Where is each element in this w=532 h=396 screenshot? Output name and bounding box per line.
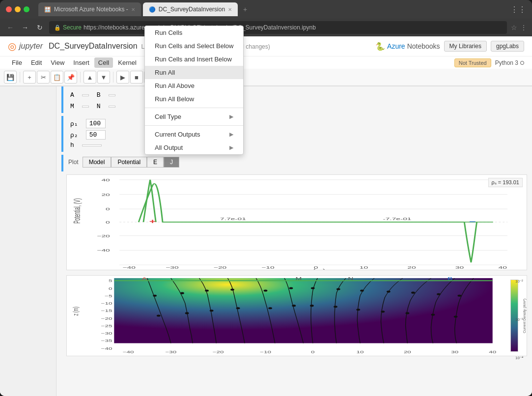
menu-run-all-below[interactable]: Run All Below [145,92,243,106]
rho2-label: ρ₂ [70,131,78,139]
e-tab[interactable]: E [147,157,164,168]
bookmark-icon[interactable]: ☆ [511,24,517,31]
plot-label: Plot [68,159,79,166]
address-bar: ← → ↻ 🔒 Secure https://notebooks.azure.c… [0,19,532,36]
run-button[interactable]: ▶ [116,71,129,84]
close-button[interactable] [6,6,12,12]
svg-point-46 [360,290,364,292]
forward-button[interactable]: → [20,24,30,31]
var-n-input[interactable] [109,106,115,108]
reload-button[interactable]: ↻ [34,24,45,31]
menu-current-outputs[interactable]: Current Outputs ▶ [145,128,243,141]
menu-run-all-above[interactable]: Run All Above [145,86,243,92]
h-input[interactable] [82,144,102,146]
menu-kernel[interactable]: Kernel [114,57,140,68]
menu-insert[interactable]: Insert [69,57,93,68]
svg-text:−30: −30 [166,265,179,270]
svg-text:30: 30 [451,350,458,354]
plot-tabs-content: Plot Model Potential E J [66,155,527,171]
move-down-button[interactable]: ▼ [97,71,110,84]
svg-text:−40: −40 [101,346,112,350]
left-panel [0,86,56,396]
menu-cell-type[interactable]: Cell Type ▶ [145,110,243,123]
svg-point-44 [336,288,340,290]
svg-point-43 [310,305,314,307]
current-density-svg: A M N B 5 0 −5 −10 −15 [67,276,502,356]
rho-cell: ρ₁ 100 ρ₂ 50 h [61,116,527,152]
notebooks-text: Notebooks [407,42,440,50]
svg-text:−10: −10 [261,265,275,270]
back-button[interactable]: ← [5,24,16,31]
svg-point-54 [457,295,461,297]
j-tab[interactable]: J [164,157,179,168]
cell-indicator [61,86,63,113]
svg-text:−15: −15 [101,309,112,313]
my-libraries-button[interactable]: My Libraries [444,41,487,52]
jupyter-top-right: 🐍 Azure Notebooks My Libraries gpgLabs [375,41,524,52]
menu-file[interactable]: File [8,57,26,68]
svg-rect-29 [114,278,492,343]
minimize-button[interactable] [15,6,21,12]
cell-content: A B M N [66,86,527,113]
jupyter-top-bar: ◎ jupyter DC_SurveyDataInversion Last Ch… [0,36,532,56]
svg-text:0: 0 [106,207,110,211]
svg-text:20: 20 [407,265,416,270]
current-plot-cell: A M N B 5 0 −5 −10 −15 [61,275,527,356]
gpglabs-button[interactable]: gpgLabs [491,41,524,52]
copy-cell-button[interactable]: 📋 [51,71,63,84]
output-cell-indicator [61,174,63,272]
svg-point-53 [431,313,435,315]
svg-point-51 [406,312,410,314]
colorbar-area: 10⁻² 10⁻³ 10⁻⁴ Current Density (A/m²) [502,276,527,356]
interrupt-button[interactable]: ■ [130,71,143,84]
tab-azure[interactable]: 🪟 Microsoft Azure Notebooks - ✕ [38,2,141,16]
move-up-button[interactable]: ▲ [84,71,96,84]
potential-tab[interactable]: Potential [111,157,147,168]
add-cell-button[interactable]: + [23,71,36,84]
notebook-scrollable[interactable]: A B M N [56,86,532,396]
browser-settings-icon[interactable]: ⋮ [520,24,527,31]
notebook-body: A B M N [0,86,532,396]
tab-azure-close[interactable]: ✕ [131,7,135,12]
address-field[interactable]: 🔒 Secure https://notebooks.azure.com/n/u… [49,21,507,34]
var-b-input[interactable] [109,94,115,96]
menu-cell[interactable]: Cell [94,57,113,68]
kernel-status-circle [520,61,524,65]
colorbar-max: 10⁻² [515,279,523,283]
menu-view[interactable]: View [47,57,68,68]
menu-divider-2 [145,125,243,126]
svg-text:−40: −40 [123,265,136,270]
svg-text:+: + [149,218,156,225]
svg-text:−: − [469,218,476,225]
browser-menu-icon[interactable]: ⋮⋮ [510,5,526,14]
model-tab[interactable]: Model [83,157,112,168]
save-toolbar-button[interactable]: 💾 [4,71,17,84]
tab-notebook-close[interactable]: ✕ [228,7,232,12]
toolbar: 💾 + ✂ 📋 📌 ▲ ▼ ▶ ■ ↺ 📊 📈 [0,69,532,86]
svg-point-40 [289,287,293,289]
colorbar-mid: 10⁻³ [515,317,523,322]
svg-point-35 [210,310,214,311]
svg-point-52 [437,293,441,295]
secure-label: Secure [63,24,82,31]
notebook-title[interactable]: DC_SurveyDataInversion [49,42,138,51]
svg-text:N: N [348,277,353,281]
menu-all-output[interactable]: All Output ▶ [145,141,243,154]
var-m-input[interactable] [82,106,89,108]
vars-row-ab: A B [68,88,525,102]
current-density-plot: A M N B 5 0 −5 −10 −15 [67,276,502,356]
paste-cell-button[interactable]: 📌 [64,71,77,84]
rho2-input[interactable]: 50 [86,130,106,140]
new-tab-button[interactable]: + [240,5,251,13]
maximize-button[interactable] [24,6,29,12]
menu-edit[interactable]: Edit [27,57,46,68]
variables-cell: A B M N [61,86,527,113]
rho1-input[interactable]: 100 [86,119,106,128]
trusted-button[interactable]: Not Trusted [454,58,491,67]
svg-point-32 [180,292,184,294]
svg-point-49 [381,311,385,312]
tab-notebook[interactable]: 🔵 DC_SurveyDataInversion ✕ [143,2,238,16]
svg-text:10: 10 [360,265,368,270]
cut-cell-button[interactable]: ✂ [37,71,50,84]
var-a-input[interactable] [82,94,89,96]
